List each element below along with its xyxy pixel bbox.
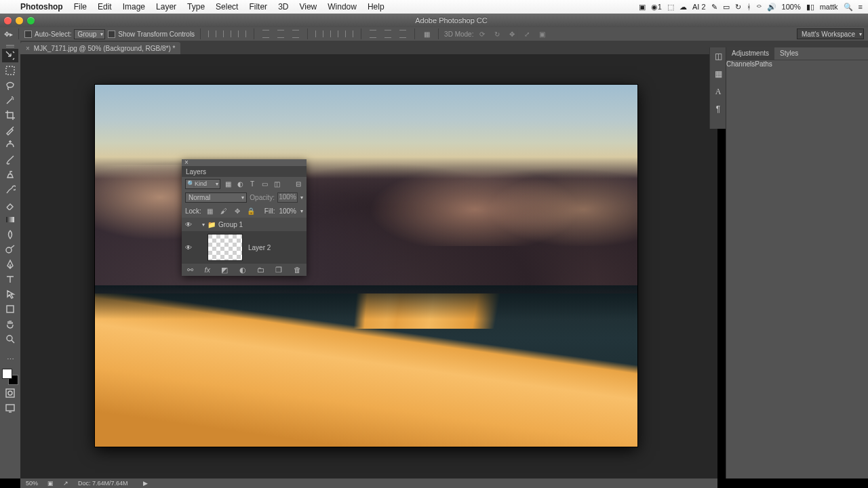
lock-transparency-icon[interactable]: ▦: [205, 206, 215, 216]
blur-tool[interactable]: [2, 228, 18, 241]
new-layer-icon[interactable]: ❐: [275, 266, 282, 274]
tab-styles[interactable]: Styles: [774, 47, 804, 60]
battery-icon[interactable]: ▮▯: [806, 3, 814, 12]
lock-all-icon[interactable]: 🔒: [246, 206, 256, 216]
menu-3d[interactable]: 3D: [278, 2, 288, 12]
magic-wand-tool[interactable]: [2, 94, 18, 107]
workspace-switcher[interactable]: Matt's Workspace: [797, 28, 864, 39]
distribute-h3-icon[interactable]: [343, 28, 355, 39]
histogram-icon[interactable]: ◫: [710, 47, 726, 65]
layers-panel[interactable]: × Layers 🔍Kind ▦ ◐ T ▭ ◫ ⊟ Normal Opacit…: [182, 159, 307, 276]
filter-toggle-icon[interactable]: ⊟: [294, 179, 303, 188]
path-selection-tool[interactable]: [2, 287, 18, 301]
brush-tool[interactable]: [2, 153, 18, 167]
window-zoom-button[interactable]: [27, 17, 35, 24]
distribute-v2-icon[interactable]: [382, 28, 394, 39]
menu-type[interactable]: Type: [187, 2, 205, 12]
show-transform-checkbox[interactable]: [108, 30, 115, 38]
blend-mode-select[interactable]: Normal: [185, 192, 247, 203]
character-icon[interactable]: A: [710, 83, 726, 100]
auto-select-checkbox[interactable]: [24, 30, 32, 38]
distribute-v3-icon[interactable]: [397, 28, 409, 39]
screencast-icon[interactable]: ▣: [639, 3, 646, 12]
distribute-h1-icon[interactable]: [313, 28, 326, 39]
filter-type-icon[interactable]: T: [248, 179, 257, 188]
delete-layer-icon[interactable]: 🗑: [294, 266, 301, 274]
user-menu[interactable]: mattk: [820, 3, 838, 11]
group-name[interactable]: Group 1: [218, 221, 243, 228]
zoom-level[interactable]: 50%: [26, 480, 38, 487]
shape-tool[interactable]: [2, 302, 18, 316]
panel-drag-bar[interactable]: ×: [182, 159, 307, 166]
menu-window[interactable]: Window: [328, 2, 357, 12]
fill-field[interactable]: 100%: [279, 207, 296, 215]
filter-adjust-icon[interactable]: ◐: [235, 179, 245, 188]
adjustment-layer-icon[interactable]: ◐: [239, 266, 246, 274]
doc-size[interactable]: Doc: 7.64M/7.64M: [78, 480, 128, 487]
dodge-tool[interactable]: [2, 243, 18, 256]
lasso-tool[interactable]: [2, 79, 18, 92]
pen-tool[interactable]: [2, 258, 18, 271]
menu-layer[interactable]: Layer: [156, 2, 176, 12]
quick-mask-tool[interactable]: [2, 386, 18, 400]
filter-smart-icon[interactable]: ◫: [272, 179, 281, 188]
window-close-button[interactable]: [4, 17, 12, 24]
tab-channels[interactable]: Channels: [726, 60, 755, 72]
zoom-tool[interactable]: [2, 332, 18, 346]
align-hcenter-icon[interactable]: [221, 28, 233, 39]
menu-view[interactable]: View: [299, 2, 317, 12]
hand-tool[interactable]: [2, 317, 18, 331]
screen-mode-tool[interactable]: [2, 401, 18, 415]
align-bottom-icon[interactable]: [290, 28, 302, 39]
type-tool[interactable]: [2, 272, 18, 286]
document-canvas[interactable]: [95, 85, 637, 447]
filter-kind-select[interactable]: 🔍Kind: [185, 179, 220, 189]
distribute-h2-icon[interactable]: [328, 28, 340, 39]
menu-select[interactable]: Select: [216, 2, 238, 12]
3d-slide-icon[interactable]: ⤢: [521, 28, 533, 39]
layer-name[interactable]: Layer 2: [248, 244, 271, 251]
display-icon[interactable]: ▭: [723, 3, 730, 12]
new-group-icon[interactable]: 🗀: [257, 266, 264, 274]
align-vcenter-icon[interactable]: [275, 28, 287, 39]
app-name[interactable]: Photoshop: [20, 2, 63, 12]
opacity-field[interactable]: 100%: [277, 192, 298, 203]
3d-orbit-icon[interactable]: ⟳: [476, 28, 488, 39]
spotlight-icon[interactable]: 🔍: [844, 3, 853, 12]
3d-scale-icon[interactable]: ▣: [536, 28, 548, 39]
color-swatches[interactable]: [2, 369, 18, 385]
tab-adjustments[interactable]: Adjustments: [726, 47, 774, 60]
align-left-icon[interactable]: [206, 28, 218, 39]
auto-select-target[interactable]: Group: [74, 29, 105, 39]
edit-toolbar-icon[interactable]: ⋯: [2, 352, 18, 366]
auto-align-icon[interactable]: ▦: [420, 28, 433, 39]
panel-grip-icon[interactable]: [6, 45, 14, 47]
clone-stamp-tool[interactable]: [2, 168, 18, 182]
menu-image[interactable]: Image: [123, 2, 145, 12]
eraser-tool[interactable]: [2, 198, 18, 211]
swatches-icon[interactable]: ▦: [710, 65, 726, 83]
history-brush-tool[interactable]: [2, 183, 18, 197]
bluetooth-icon[interactable]: ᚼ: [747, 3, 751, 11]
visibility-toggle-icon[interactable]: 👁: [184, 244, 193, 251]
sync-icon[interactable]: ◉1: [651, 3, 662, 12]
move-tool[interactable]: [2, 49, 18, 62]
tab-paths[interactable]: Paths: [755, 60, 772, 72]
layer-row[interactable]: 👁 Layer 2: [182, 231, 307, 264]
evernote-icon[interactable]: ✎: [711, 3, 717, 12]
marquee-tool[interactable]: [2, 64, 18, 77]
visibility-toggle-icon[interactable]: 👁: [184, 221, 193, 228]
notification-center-icon[interactable]: ≡: [859, 3, 863, 11]
paragraph-icon[interactable]: ¶: [710, 100, 726, 118]
canvas-area[interactable]: [20, 54, 717, 479]
3d-roll-icon[interactable]: ↻: [491, 28, 503, 39]
menu-filter[interactable]: Filter: [249, 2, 267, 12]
battery-percent[interactable]: 100%: [782, 3, 801, 11]
healing-brush-tool[interactable]: [2, 138, 18, 152]
menu-help[interactable]: Help: [368, 2, 384, 12]
filter-shape-icon[interactable]: ▭: [260, 179, 269, 188]
window-minimize-button[interactable]: [16, 17, 23, 24]
crop-tool[interactable]: [2, 108, 18, 122]
lock-position-icon[interactable]: ✥: [233, 206, 242, 216]
3d-pan-icon[interactable]: ✥: [506, 28, 518, 39]
